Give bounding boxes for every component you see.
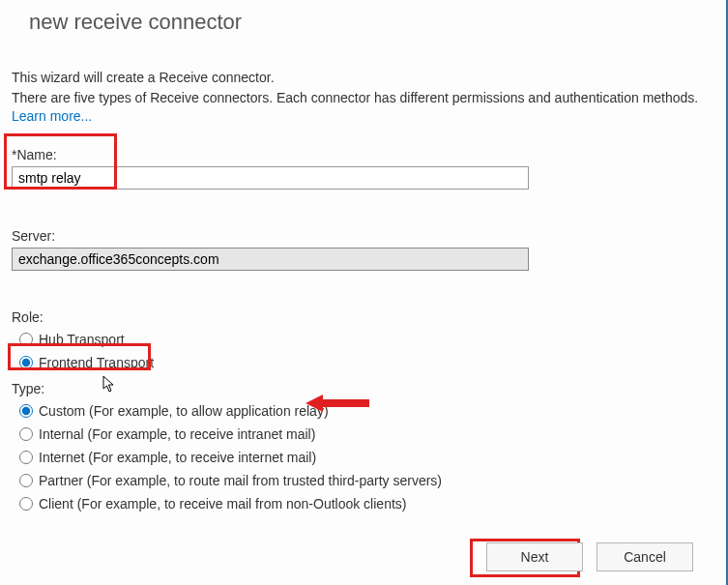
server-label: Server:: [12, 228, 714, 244]
type-radio-custom[interactable]: [19, 404, 33, 418]
type-label: Type:: [12, 381, 714, 396]
role-label: Role:: [12, 309, 714, 325]
type-option-internet[interactable]: Internet (For example, to receive intern…: [19, 447, 714, 468]
intro-line-1: This wizard will create a Receive connec…: [12, 70, 714, 85]
next-button[interactable]: Next: [486, 542, 583, 571]
type-option-internal[interactable]: Internal (For example, to receive intran…: [19, 424, 714, 445]
type-radio-internal[interactable]: [19, 427, 33, 441]
type-radio-partner[interactable]: [19, 474, 33, 487]
type-radio-client[interactable]: [19, 497, 33, 511]
wizard-footer: Next Cancel: [486, 542, 693, 571]
role-radio-hub[interactable]: [19, 333, 33, 346]
type-option-custom[interactable]: Custom (For example, to allow applicatio…: [19, 400, 714, 422]
intro-line-2-text: There are five types of Receive connecto…: [12, 90, 698, 105]
name-label: *Name:: [12, 147, 714, 162]
role-radio-frontend[interactable]: [19, 356, 33, 369]
role-option-frontend[interactable]: Frontend Transport: [19, 352, 714, 373]
type-option-client-label: Client (For example, to receive mail fro…: [39, 496, 406, 512]
type-radio-internet[interactable]: [19, 451, 33, 464]
page-title: new receive connector: [29, 10, 714, 35]
role-option-frontend-label: Frontend Transport: [39, 355, 154, 370]
type-option-partner-label: Partner (For example, to route mail from…: [39, 473, 442, 488]
type-option-internal-label: Internal (For example, to receive intran…: [39, 426, 315, 442]
name-input[interactable]: [12, 166, 529, 190]
role-radio-group: Hub Transport Frontend Transport: [12, 329, 714, 373]
learn-more-link[interactable]: Learn more...: [12, 108, 92, 124]
type-option-custom-label: Custom (For example, to allow applicatio…: [39, 403, 329, 419]
cancel-button[interactable]: Cancel: [597, 542, 693, 571]
type-option-client[interactable]: Client (For example, to receive mail fro…: [19, 493, 714, 514]
type-option-internet-label: Internet (For example, to receive intern…: [39, 450, 316, 465]
role-option-hub[interactable]: Hub Transport: [19, 329, 714, 350]
role-option-hub-label: Hub Transport: [39, 332, 125, 347]
type-option-partner[interactable]: Partner (For example, to route mail from…: [19, 470, 714, 491]
server-input: [12, 248, 529, 271]
intro-line-2: There are five types of Receive connecto…: [12, 89, 714, 126]
type-radio-group: Custom (For example, to allow applicatio…: [12, 400, 714, 514]
